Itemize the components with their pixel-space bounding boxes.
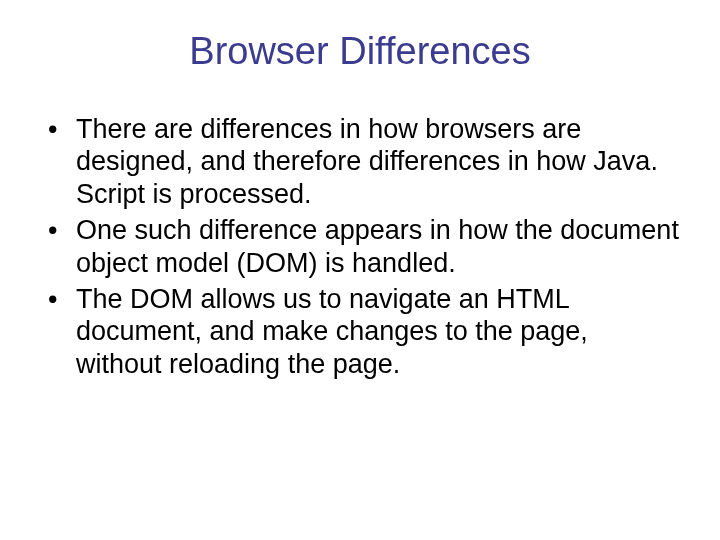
bullet-item: One such difference appears in how the d… (40, 214, 680, 279)
bullet-list: There are differences in how browsers ar… (40, 113, 680, 380)
slide-title: Browser Differences (40, 30, 680, 73)
bullet-item: There are differences in how browsers ar… (40, 113, 680, 210)
slide: Browser Differences There are difference… (0, 0, 720, 540)
slide-body: There are differences in how browsers ar… (40, 113, 680, 380)
bullet-item: The DOM allows us to navigate an HTML do… (40, 283, 680, 380)
